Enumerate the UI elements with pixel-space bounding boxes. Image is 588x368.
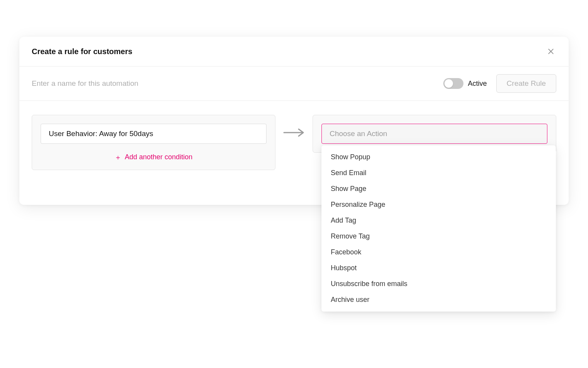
action-option[interactable]: Send Email: [321, 165, 556, 181]
active-toggle-group: Active: [443, 78, 487, 89]
action-dropdown: Show Popup Send Email Show Page Personal…: [321, 145, 556, 312]
condition-panel: User Behavior: Away for 50days ＋ Add ano…: [32, 115, 275, 170]
add-condition-button[interactable]: ＋ Add another condition: [41, 153, 267, 161]
toolbar: Active Create Rule: [19, 66, 569, 101]
close-button[interactable]: [545, 46, 556, 57]
action-option[interactable]: Hubspot: [321, 260, 556, 276]
add-condition-label: Add another condition: [125, 153, 192, 161]
active-toggle-label: Active: [468, 80, 487, 88]
modal-header: Create a rule for customers: [19, 37, 569, 66]
modal-body: User Behavior: Away for 50days ＋ Add ano…: [19, 101, 569, 205]
create-rule-modal: Create a rule for customers Active Creat…: [19, 37, 569, 205]
action-option[interactable]: Show Page: [321, 181, 556, 197]
automation-name-input[interactable]: [32, 79, 434, 88]
toggle-knob: [444, 79, 453, 88]
create-rule-button[interactable]: Create Rule: [496, 74, 556, 93]
action-option[interactable]: Personalize Page: [321, 197, 556, 213]
condition-field[interactable]: User Behavior: Away for 50days: [41, 124, 267, 144]
close-icon: [547, 48, 555, 55]
action-option[interactable]: Facebook: [321, 244, 556, 260]
active-toggle[interactable]: [443, 78, 463, 89]
arrow-right-icon: [283, 128, 305, 137]
action-option[interactable]: Add Tag: [321, 213, 556, 228]
plus-icon: ＋: [115, 154, 121, 161]
action-select[interactable]: Choose an Action: [321, 124, 547, 144]
arrow-separator: [283, 115, 305, 137]
modal-title: Create a rule for customers: [32, 47, 132, 56]
action-panel: Choose an Action Show Popup Send Email S…: [313, 115, 556, 153]
action-option[interactable]: Unsubscribe from emails: [321, 276, 556, 292]
action-option[interactable]: Show Popup: [321, 149, 556, 165]
action-option[interactable]: Archive user: [321, 292, 556, 308]
action-option[interactable]: Remove Tag: [321, 228, 556, 244]
